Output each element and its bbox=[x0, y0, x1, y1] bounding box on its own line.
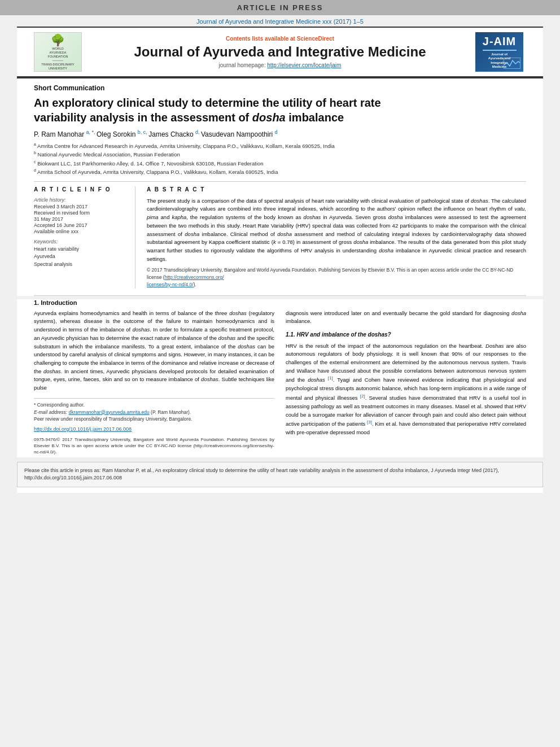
tree-icon: 🌳 bbox=[51, 33, 65, 47]
article-type-label: Short Communication bbox=[34, 78, 526, 95]
section-divider bbox=[34, 181, 526, 182]
author4-sup: d bbox=[274, 129, 277, 135]
cite-box: Please cite this article in press as: Ra… bbox=[17, 462, 543, 487]
affiliation-c: c Biokwant LLC, 1st Parkhomenko Alley, d… bbox=[34, 159, 526, 168]
body-right-col: diagnosis were introduced later on and e… bbox=[286, 309, 526, 457]
page-footer bbox=[17, 487, 543, 493]
affiliations: a Amrita Centre for Advanced Research in… bbox=[34, 142, 526, 177]
abstract-header: A B S T R A C T bbox=[147, 186, 526, 193]
revised-date: 31 May 2017 bbox=[34, 216, 128, 222]
journal-ref: Journal of Ayurveda and Integrative Medi… bbox=[0, 15, 560, 27]
author1-name: P. Ram Manohar bbox=[34, 130, 86, 138]
ayurveda-logo: 🌳 WORLDAYURVEDAFOUNDATION─────TRANS·DISC… bbox=[34, 32, 82, 72]
jaim-logo: J-AIM Journal ofAyurveda andIntegrativeM… bbox=[475, 32, 523, 72]
email-link[interactable]: dkrammanohar@ayurveda.amrita.edu bbox=[68, 409, 149, 415]
body-left-col: Ayurveda explains homeodynamics and heal… bbox=[34, 309, 274, 457]
journal-homepage: journal homepage: http://elsevier.com/lo… bbox=[90, 62, 470, 68]
body-two-col: Ayurveda explains homeodynamics and heal… bbox=[34, 309, 526, 457]
keywords-label: Keywords: bbox=[34, 239, 128, 244]
journal-title-center: Contents lists available at ScienceDirec… bbox=[85, 36, 475, 69]
jaim-label: J-AIM bbox=[483, 35, 516, 48]
author3-sup: d, bbox=[195, 129, 201, 135]
authors-line: P. Ram Manohar a, *, Oleg Sorokin b, c, … bbox=[34, 129, 526, 138]
received-date: Received 3 March 2017 bbox=[34, 204, 128, 209]
affiliation-b: b National Ayurvedic Medical Association… bbox=[34, 150, 526, 159]
abstract-col: A B S T R A C T The present study is a c… bbox=[147, 186, 526, 289]
affiliation-a: a Amrita Centre for Advanced Research in… bbox=[34, 142, 526, 150]
keyword3: Spectral analysis bbox=[34, 261, 128, 269]
article-info-header: A R T I C L E I N F O bbox=[34, 186, 128, 193]
journal-logo-right: J-AIM Journal ofAyurveda andIntegrativeM… bbox=[475, 32, 526, 72]
history-label: Article history: bbox=[34, 197, 128, 203]
subsection1-title: 1.1. HRV and imbalance of the doshas? bbox=[286, 330, 526, 339]
journal-logo-left: 🌳 WORLDAYURVEDAFOUNDATION─────TRANS·DISC… bbox=[34, 32, 85, 72]
journal-main-title: Journal of Ayurveda and Integrative Medi… bbox=[90, 44, 470, 60]
author2-name: Oleg Sorokin bbox=[97, 130, 138, 138]
available-online: Available online xxx bbox=[34, 229, 128, 234]
abstract-text: The present study is a comparison of the… bbox=[147, 197, 526, 264]
body-divider bbox=[34, 295, 526, 296]
intro-right-text: diagnosis were introduced later on and e… bbox=[286, 309, 526, 326]
title-text-3: imbalance bbox=[286, 111, 344, 124]
page-container: ARTICLE IN PRESS Journal of Ayurveda and… bbox=[0, 0, 560, 747]
sciencedirect-label: ScienceDirect bbox=[297, 36, 334, 42]
keyword1: Heart rate variability bbox=[34, 246, 128, 254]
keyword2: Ayurveda bbox=[34, 253, 128, 261]
author1-sup: a, *, bbox=[86, 129, 97, 135]
content-area: Short Communication An exploratory clini… bbox=[17, 78, 543, 296]
article-in-press-label: ARTICLE IN PRESS bbox=[237, 3, 323, 12]
logo-text: WORLDAYURVEDAFOUNDATION─────TRANS·DISCIP… bbox=[41, 47, 74, 71]
title-text-2: variability analysis in the assessment o… bbox=[34, 111, 252, 124]
sciencedirect-prefix: Contents lists available at bbox=[226, 36, 297, 42]
footnote-email: E-mail address: dkrammanohar@ayurveda.am… bbox=[34, 409, 274, 416]
intro-left-text: Ayurveda explains homeodynamics and heal… bbox=[34, 309, 274, 392]
section1-title: 1. Introduction bbox=[34, 299, 526, 306]
journal-ref-text: Journal of Ayurveda and Integrative Medi… bbox=[196, 18, 364, 25]
affiliation-d: d Amrita School of Ayurveda, Amrita Univ… bbox=[34, 168, 526, 176]
author4-name: Vasudevan Nampoothiri bbox=[201, 130, 275, 138]
homepage-prefix: journal homepage: bbox=[219, 62, 268, 68]
sciencedirect-link: Contents lists available at ScienceDirec… bbox=[90, 36, 470, 42]
footnote-area: * Corresponding author. E-mail address: … bbox=[34, 398, 274, 423]
article-info-abstract-section: A R T I C L E I N F O Article history: R… bbox=[34, 186, 526, 289]
open-access-notice: 0975-9476/© 2017 Transdisciplinary Unive… bbox=[34, 436, 274, 456]
homepage-url[interactable]: http://elsevier.com/locate/jaim bbox=[267, 62, 341, 68]
footnote-star: * Corresponding author. bbox=[34, 401, 274, 409]
title-italic: dosha bbox=[252, 111, 286, 124]
title-text-1: An exploratory clinical study to determi… bbox=[34, 97, 381, 109]
article-title: An exploratory clinical study to determi… bbox=[34, 95, 526, 125]
right-col-text: HRV is the result of the impact of the a… bbox=[286, 342, 526, 437]
author2-sup: b, c, bbox=[138, 129, 149, 135]
author3-name: James Chacko bbox=[148, 130, 195, 138]
received-revised-label: Received in revised form bbox=[34, 210, 128, 216]
journal-header: 🌳 WORLDAYURVEDAFOUNDATION─────TRANS·DISC… bbox=[17, 28, 543, 77]
copyright-text: © 2017 Transdisciplinary University, Ban… bbox=[147, 267, 526, 288]
cc-license-link[interactable]: http://creativecommons.org/licenses/by-n… bbox=[147, 274, 224, 287]
doi-url[interactable]: http://dx.doi.org/10.1016/j.jaim.2017.06… bbox=[34, 426, 132, 432]
main-body: 1. Introduction Ayurveda explains homeod… bbox=[17, 299, 543, 457]
article-info-col: A R T I C L E I N F O Article history: R… bbox=[34, 186, 135, 289]
accepted-date: Accepted 16 June 2017 bbox=[34, 222, 128, 228]
doi-link: http://dx.doi.org/10.1016/j.jaim.2017.06… bbox=[34, 426, 274, 434]
article-in-press-bar: ARTICLE IN PRESS bbox=[0, 0, 560, 15]
footnote-peer: Peer review under responsibility of Tran… bbox=[34, 416, 274, 423]
